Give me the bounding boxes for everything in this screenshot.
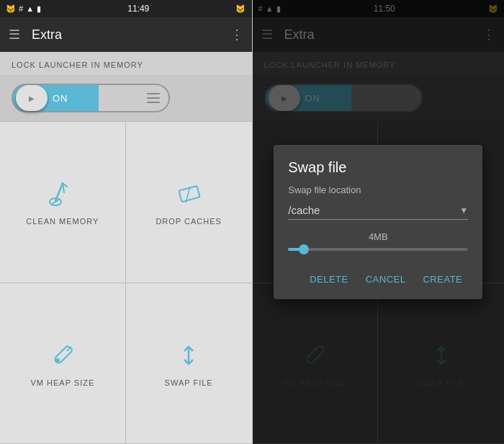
left-grid-item-vm-heap[interactable]: VM HEAP SIZE: [0, 283, 126, 445]
left-toggle-thumb: [16, 85, 48, 111]
dialog-location-value: /cache: [288, 204, 320, 216]
dialog-location-label: Swap file location: [288, 185, 468, 195]
dropdown-chevron-icon: ▼: [459, 205, 468, 216]
left-menu-icon[interactable]: ☰: [9, 27, 20, 43]
left-grid-menu: CLEAN MEMORY DROP CACHES VM HEAP SIZE: [0, 121, 252, 444]
left-toggle-lines: [147, 93, 160, 103]
left-app-icon: 🐱: [6, 4, 16, 14]
left-wifi-icon: ▲: [26, 4, 34, 13]
left-battery-icon: ▮: [37, 4, 41, 14]
left-section-header: LOCK LAUNCHER IN MEMORY: [0, 52, 252, 75]
broom-icon: [47, 178, 78, 210]
swap-file-dialog: Swap file Swap file location /cache ▼ 4M…: [274, 145, 482, 299]
left-clean-memory-label: CLEAN MEMORY: [26, 217, 99, 226]
left-right-status-icons: 🐱: [235, 4, 246, 14]
create-button[interactable]: CREATE: [417, 268, 468, 290]
dialog-overlay: Swap file Swap file location /cache ▼ 4M…: [253, 0, 505, 444]
left-toggle-area: ON: [0, 75, 252, 121]
left-status-icons: 🐱 # ▲ ▮: [6, 4, 41, 14]
line3: [147, 102, 160, 103]
left-toggle[interactable]: ON: [12, 84, 170, 112]
left-toolbar: ☰ Extra ⋮: [0, 17, 252, 52]
wrench-icon: [47, 339, 78, 371]
left-grid-item-swap-file[interactable]: SWAP FILE: [126, 283, 252, 445]
left-drop-caches-label: DROP CACHES: [156, 217, 221, 226]
eraser-icon: [173, 178, 204, 210]
right-panel: # ▲ ▮ 11:50 🐱 ☰ Extra ⋮ LOCK LAUNCHER IN…: [253, 0, 505, 444]
dialog-location-select[interactable]: /cache ▼: [288, 201, 468, 220]
left-swap-file-label: SWAP FILE: [165, 378, 213, 387]
delete-button[interactable]: DELETE: [304, 268, 354, 290]
swap-arrows-icon: [173, 339, 204, 371]
left-status-bar: 🐱 # ▲ ▮ 11:49 🐱: [0, 0, 252, 17]
left-toolbar-title: Extra: [32, 27, 219, 43]
dialog-actions: DELETE CANCEL CREATE: [288, 262, 468, 290]
left-grid-item-clean-memory[interactable]: CLEAN MEMORY: [0, 122, 126, 283]
dialog-slider-thumb: [299, 244, 309, 254]
left-vm-heap-label: VM HEAP SIZE: [30, 378, 94, 387]
cancel-button[interactable]: CANCEL: [360, 268, 412, 290]
left-hash: #: [19, 4, 23, 13]
left-more-icon[interactable]: ⋮: [230, 27, 243, 43]
svg-point-7: [55, 358, 60, 363]
dialog-title: Swap file: [288, 159, 468, 176]
left-panel: 🐱 # ▲ ▮ 11:49 🐱 ☰ Extra ⋮ LOCK LAUNCHER …: [0, 0, 253, 444]
line2: [147, 97, 160, 99]
dialog-slider-track[interactable]: [288, 248, 468, 251]
line1: [147, 93, 160, 94]
left-toggle-label: ON: [53, 93, 68, 104]
dialog-size-label: 4MB: [288, 231, 468, 242]
left-grid-item-drop-caches[interactable]: DROP CACHES: [126, 122, 252, 283]
left-right-app-icon: 🐱: [235, 4, 246, 14]
left-time: 11:49: [127, 4, 149, 14]
